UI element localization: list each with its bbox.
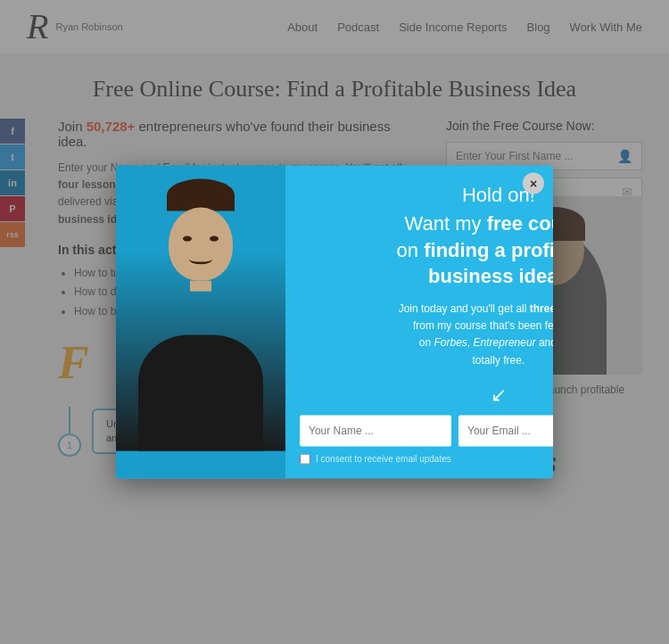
arrow-icon: ↙ (300, 383, 553, 406)
modal-photo-area (116, 166, 285, 479)
modal-inputs: Join Now (300, 415, 553, 446)
modal-title-want: Want my (405, 212, 487, 235)
modal-close-button[interactable]: × (523, 173, 544, 194)
person-body (138, 335, 263, 451)
modal-title-idea: business idea (428, 265, 553, 287)
modal-title-free-course: free course (487, 212, 553, 235)
modal-email-input[interactable] (458, 415, 553, 446)
privacy-label: I consent to receive email updates (316, 454, 451, 464)
modal-title-on: on (397, 238, 425, 260)
modal-name-input[interactable] (300, 415, 451, 446)
photo-placeholder (116, 166, 285, 451)
modal-subtitle: Join today and you'll get all three less… (300, 301, 553, 369)
privacy-checkbox[interactable] (300, 453, 310, 464)
person-illustration (167, 179, 235, 292)
modal-hold-on: Hold on! (300, 184, 553, 207)
modal-text-area: Hold on! Want my free course on finding … (285, 166, 553, 479)
modal-privacy-row: I consent to receive email updates (300, 453, 553, 464)
modal-title-finding: finding a profitable (424, 238, 553, 260)
modal-popup: × (116, 166, 553, 479)
modal-title: Want my free course on finding a profita… (300, 211, 553, 290)
modal-inner: Hold on! Want my free course on finding … (116, 166, 553, 479)
